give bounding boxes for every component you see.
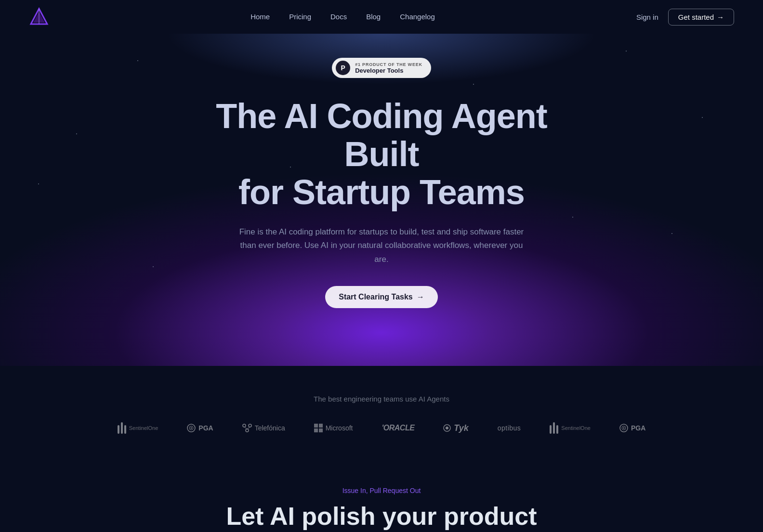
logos-subtitle: The best engineering teams use AI Agents [39, 395, 724, 403]
svg-rect-4 [118, 425, 119, 434]
nav-blog[interactable]: Blog [366, 13, 381, 21]
product-hunt-badge[interactable]: P #1 PRODUCT OF THE WEEK Developer Tools [332, 58, 431, 78]
ph-product-name: Developer Tools [355, 67, 403, 74]
hero-content: P #1 PRODUCT OF THE WEEK Developer Tools… [0, 34, 763, 366]
get-started-button[interactable]: Get started → [668, 9, 734, 26]
logos-section: The best engineering teams use AI Agents… [0, 366, 763, 458]
svg-point-10 [249, 424, 251, 427]
svg-rect-20 [553, 422, 555, 434]
svg-rect-3 [121, 422, 123, 434]
hero-section: P #1 PRODUCT OF THE WEEK Developer Tools… [0, 34, 763, 366]
logo-pga-2: PGA [619, 424, 645, 432]
logo-pga: PGA [187, 424, 213, 432]
logo-sentinelone: SentinelOne [118, 422, 158, 434]
nav-home[interactable]: Home [250, 13, 270, 21]
nav-changelog[interactable]: Changelog [400, 13, 435, 21]
svg-rect-5 [124, 425, 126, 434]
cta-label: Start Clearing Tasks [339, 293, 413, 301]
logo-sentinelone-2: SentinelOne [550, 422, 591, 434]
svg-point-19 [446, 427, 448, 429]
cta-button[interactable]: Start Clearing Tasks → [325, 286, 438, 308]
nav-links: Home Pricing Docs Blog Changelog [250, 13, 435, 21]
ph-icon: P [336, 61, 350, 75]
svg-rect-14 [314, 424, 318, 428]
svg-rect-22 [556, 425, 558, 434]
hero-title: The AI Coding Agent Built for Startup Te… [189, 97, 574, 212]
nav-pricing[interactable]: Pricing [289, 13, 311, 21]
issue-section: Issue In, Pull Request Out Let AI polish… [0, 458, 763, 532]
svg-point-11 [246, 429, 249, 432]
svg-point-25 [623, 428, 624, 429]
nav-actions: Sign in Get started → [636, 9, 734, 26]
logos-row: SentinelOne PGA Telefónica [39, 422, 724, 434]
issue-title: Let AI polish your product [39, 502, 724, 531]
issue-label: Issue In, Pull Request Out [39, 487, 724, 494]
navbar: Home Pricing Docs Blog Changelog Sign in… [0, 0, 763, 34]
svg-rect-16 [314, 428, 318, 432]
svg-line-12 [244, 427, 247, 429]
svg-rect-15 [319, 424, 323, 428]
sign-in-button[interactable]: Sign in [636, 13, 658, 21]
nav-docs[interactable]: Docs [330, 13, 347, 21]
svg-line-13 [247, 427, 250, 429]
svg-rect-21 [550, 425, 552, 434]
ph-top-label: #1 PRODUCT OF THE WEEK [355, 62, 422, 67]
logo-optibus: optibus [498, 424, 521, 432]
ph-badge-text: #1 PRODUCT OF THE WEEK Developer Tools [355, 62, 422, 74]
svg-point-9 [243, 424, 246, 427]
cta-arrow: → [417, 293, 424, 301]
logo-tyk: Tyk [443, 423, 468, 433]
svg-point-8 [191, 428, 192, 429]
logo-telefonica: Telefónica [242, 424, 285, 432]
logo-microsoft: Microsoft [314, 424, 353, 432]
hero-subtitle: Fine is the AI coding platform for start… [232, 225, 531, 267]
logo[interactable] [29, 7, 49, 27]
logo-oracle: 'ORACLE [382, 424, 414, 432]
svg-rect-17 [319, 428, 323, 432]
